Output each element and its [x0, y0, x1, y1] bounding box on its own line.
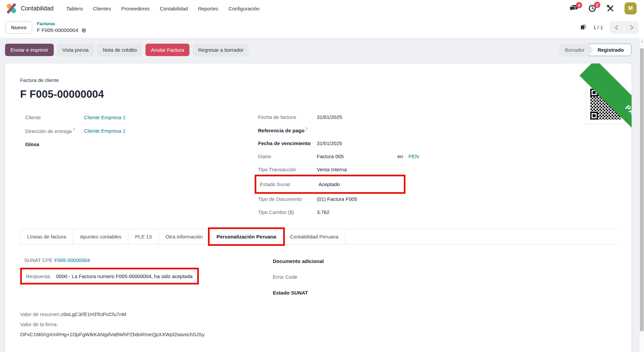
firma-value-line: OFvC1M0/rgXmRHg+1OpFgWtkKANgdVaBWhPZbdoR…	[20, 329, 616, 340]
tab-otra-informacion[interactable]: Otra información	[159, 229, 210, 244]
help-question-icon: ?	[73, 128, 75, 132]
page-body: Enviar e imprimir Vista previa Nota de c…	[0, 39, 639, 352]
field-tipo-documento: Tipo de Documento (01) Factura F005	[258, 192, 616, 206]
field-fecha-factura: Fecha de factura 31/01/2025	[258, 111, 616, 124]
breadcrumb-current: F F005-00000004	[37, 27, 78, 34]
activities-count-badge: 2	[594, 2, 600, 8]
activities-clock-icon[interactable]: 2	[588, 4, 596, 12]
field-diario: Diario Factura 005 en PEN	[258, 150, 616, 163]
status-widget: Borrador Registrado	[559, 44, 632, 56]
annotation-box-estado-sunat: Estado Sunat Aceptado	[255, 175, 405, 194]
help-question-icon: ?	[305, 127, 307, 131]
direccion-entrega-link[interactable]: Cliente Empresa 1	[84, 128, 258, 134]
status-borrador[interactable]: Borrador	[559, 44, 593, 56]
back-to-draft-button[interactable]: Regresar a borrador	[193, 44, 249, 56]
field-label: Error Code	[273, 274, 297, 280]
diario-value: Factura 005	[317, 153, 397, 159]
currency-pen-link[interactable]: PEN	[409, 153, 419, 159]
resumen-line: Valor de resumen:z0oLgC3//E1H3TciPcCfu7n…	[20, 309, 616, 319]
tab-lineas-factura[interactable]: Líneas de factura	[20, 229, 73, 244]
field-label: Cliente	[25, 115, 84, 120]
hash-footer: Valor de resumen:z0oLgC3//E1H3TciPcCfu7n…	[20, 309, 616, 340]
field-label: Tipo de Documento	[258, 196, 317, 202]
pager-count: 1 / 1	[593, 25, 603, 30]
field-direccion-entrega: Dirección de entrega? Cliente Empresa 1	[25, 124, 258, 137]
tab-contabilidad-peruana[interactable]: Contabilidad Peruana	[283, 229, 345, 244]
firma-label: Valor de la firma:	[20, 321, 58, 327]
invoice-title: F F005-00000004	[20, 88, 616, 100]
field-fecha-vencimiento: Fecha de vencimiento 31/01/2025	[258, 137, 616, 150]
annotation-box-respuesta: Respuesta 0000 - La Factura numero F005-…	[20, 268, 199, 284]
field-respuesta: Respuesta 0000 - La Factura numero F005-…	[26, 271, 192, 281]
scrollbar-thumb[interactable]	[640, 48, 644, 331]
control-bar: Nuevo Facturas F F005-00000004 1 / 1	[0, 17, 644, 38]
document-type-label: Factura de cliente	[20, 78, 616, 83]
messages-icon[interactable]: 4	[569, 5, 578, 12]
firma-value: OFvC1M0/rgXmRHg+1OpFgWtkKANgdVaBWhPZbdoR…	[20, 332, 205, 337]
field-sunat-cpe: SUNAT CPE F005-00000004	[24, 253, 273, 267]
currency-en-label: en	[397, 153, 403, 159]
status-registrado[interactable]: Registrado	[589, 44, 632, 56]
tab-content-left: SUNAT CPE F005-00000004 Respuesta 0000 -…	[24, 253, 273, 301]
tools-icon[interactable]	[606, 4, 614, 12]
field-label: Documento adicional	[273, 258, 324, 264]
invoice-sheet: PAGADO Factura de cliente F F005-0000000…	[5, 63, 632, 352]
resumen-value: z0oLgC3//E1H3TciPcCfu7nM	[61, 311, 126, 317]
app-title: Contabilidad	[21, 5, 53, 12]
menu-proveedores[interactable]: Proveedores	[117, 3, 154, 14]
field-label: Tipo Cambio ($)	[258, 209, 317, 215]
fecha-factura-value: 31/01/2025	[317, 114, 397, 120]
breadcrumb-facturas-link[interactable]: Facturas	[37, 21, 86, 27]
tipo-cambio-value: 3.762	[317, 209, 397, 215]
respuesta-value: 0000 - La Factura numero F005-00000004, …	[56, 273, 192, 279]
field-label: Fecha de factura	[258, 114, 317, 120]
tab-apuntes-contables[interactable]: Apuntes contables	[73, 229, 128, 244]
send-print-button[interactable]: Enviar e imprimir	[5, 44, 54, 56]
cliente-link[interactable]: Cliente Empresa 1	[84, 115, 258, 120]
field-tipo-cambio: Tipo Cambio ($) 3.762	[258, 206, 616, 219]
messages-count-badge: 4	[576, 2, 582, 8]
paid-ribbon-label: PAGADO	[624, 103, 632, 134]
field-label: Diario	[258, 153, 317, 159]
pager-previous-button[interactable]	[610, 21, 624, 34]
tipo-transaccion-value: Venta Interna	[317, 167, 397, 172]
field-label: Estado SUNAT	[273, 290, 308, 296]
resumen-label: Valor de resumen:	[20, 311, 61, 317]
tab-personalizacion-peruana[interactable]: Personalización Peruana	[210, 229, 283, 244]
menu-tablero[interactable]: Tablero	[62, 3, 87, 14]
firma-label-line: Valor de la firma:	[20, 319, 616, 329]
field-label: Glosa	[25, 141, 84, 147]
statusbar: Enviar e imprimir Vista previa Nota de c…	[5, 44, 632, 56]
chevron-right-icon	[629, 25, 633, 30]
field-label: SUNAT CPE	[24, 257, 54, 263]
field-error-code: Error Code	[273, 269, 616, 285]
field-referencia-pago: Referencia de pago?	[258, 124, 616, 137]
field-label: Tipo Transacción	[258, 167, 317, 172]
credit-note-button[interactable]: Nota de crédito	[97, 44, 142, 56]
field-documento-adicional: Documento adicional	[273, 253, 616, 269]
pager-next-button[interactable]	[625, 21, 639, 34]
right-field-group: Fecha de factura 31/01/2025 Referencia d…	[258, 111, 616, 219]
bookmark-icon[interactable]	[581, 24, 587, 31]
menu-configuracion[interactable]: Configuración	[224, 3, 264, 14]
field-estado-sunat: Estado Sunat Aceptado	[260, 178, 399, 191]
gear-icon[interactable]	[81, 28, 86, 33]
scrollbar-up-arrow-icon[interactable]: ▲	[640, 38, 644, 44]
field-label: Respuesta	[26, 273, 56, 279]
tipo-documento-value: (01) Factura F005	[317, 196, 397, 202]
menu-reportes[interactable]: Reportes	[194, 3, 222, 14]
menu-clientes[interactable]: Clientes	[89, 3, 115, 14]
preview-button[interactable]: Vista previa	[57, 44, 94, 56]
field-label: Fecha de vencimiento	[258, 140, 317, 146]
menu-contabilidad[interactable]: Contabilidad	[156, 3, 192, 14]
app-logo-icon[interactable]	[6, 3, 17, 14]
fecha-vencimiento-value: 31/01/2025	[317, 140, 397, 146]
user-avatar[interactable]: M	[625, 2, 637, 14]
cancel-invoice-button[interactable]: Anular Factura	[145, 44, 189, 56]
field-glosa: Glosa	[25, 137, 258, 151]
vertical-scrollbar[interactable]: ▲	[639, 38, 644, 352]
new-button[interactable]: Nuevo	[5, 21, 32, 34]
tab-ple-13[interactable]: PLE 13	[128, 229, 159, 244]
sunat-cpe-link[interactable]: F005-00000004	[54, 257, 273, 263]
field-label: Referencia de pago	[258, 128, 304, 133]
